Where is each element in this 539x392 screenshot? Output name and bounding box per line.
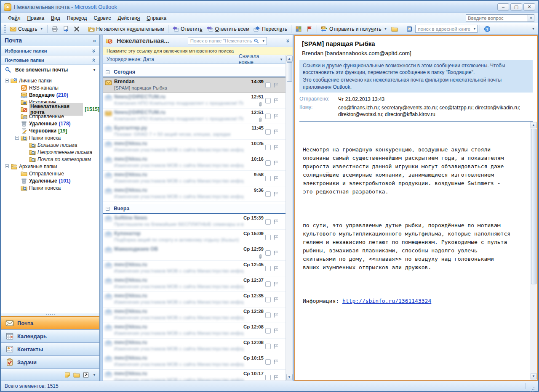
message-list-scrollbar[interactable]: ▲ ▼ [286, 55, 293, 381]
scroll-down-button[interactable]: ▼ [531, 373, 537, 379]
pane-splitter[interactable] [100, 35, 103, 381]
message-checkbox[interactable] [265, 328, 271, 334]
menu-item[interactable]: Правка [24, 14, 48, 22]
message-checkbox[interactable] [265, 129, 271, 135]
chevron-double-up-icon[interactable] [91, 58, 96, 63]
flag-outline-icon[interactable] [273, 265, 279, 272]
reply-all-button[interactable]: Ответить всем [205, 25, 251, 33]
message-row[interactable]: Brendan [SPAM] парящая Рыбка 14:39 [103, 77, 286, 93]
nav-module-button[interactable]: Контакты [1, 342, 99, 355]
message-row[interactable]: Бухгалтер.ру Покажи: GRAD 7 + 50 акций ч… [103, 124, 286, 140]
ask-question-dropdown[interactable]: ▼ [528, 14, 534, 22]
message-checkbox[interactable] [265, 145, 271, 150]
message-row[interactable]: mev@kksu.ru Изменения участников МОВ с с… [103, 186, 286, 202]
nav-module-button[interactable]: Задачи [1, 355, 99, 368]
shortcuts-icon[interactable] [83, 371, 89, 379]
message-checkbox[interactable] [265, 266, 271, 271]
help-button[interactable] [482, 25, 492, 33]
message-checkbox[interactable] [265, 344, 271, 349]
message-row[interactable]: Мамаходжаев ОВ Ср 12:59 [103, 245, 286, 261]
scrollbar-thumb[interactable] [531, 129, 536, 284]
message-checkbox[interactable] [265, 313, 271, 318]
message-checkbox[interactable] [265, 176, 271, 181]
address-book-button[interactable] [404, 25, 414, 33]
flag-outline-icon[interactable] [273, 129, 279, 135]
message-row[interactable]: Softline News Приглашаем на ближайшие БЕ… [103, 214, 286, 230]
not-junk-button[interactable]: Не является нежелательным [86, 25, 166, 33]
folder-tree-item[interactable]: Отправленные [1, 113, 99, 120]
folder-tree-item[interactable]: Почта по категориям [1, 156, 99, 163]
menu-item[interactable]: Переход [64, 14, 91, 22]
message-row[interactable]: Купонатор Подборка акций по спорту и акт… [103, 230, 286, 245]
forward-button[interactable]: Переслать [252, 25, 289, 33]
toolbar-grip[interactable] [4, 25, 6, 33]
toolbar-overflow-button[interactable]: ▼ [531, 24, 536, 34]
ask-question-input[interactable] [466, 14, 528, 22]
collapse-group-icon[interactable] [106, 207, 109, 211]
message-row[interactable]: mev@kksu.ru Изменения участников МОВ с с… [103, 140, 286, 155]
message-checkbox[interactable] [265, 250, 271, 256]
group-header-yesterday[interactable]: Вчера [103, 204, 286, 214]
scroll-up-button[interactable]: ▲ [531, 122, 537, 128]
message-row[interactable]: mev@kksu.ru Изменения участников МОВ с с… [103, 261, 286, 276]
message-checkbox[interactable] [265, 114, 271, 119]
sort-order-button[interactable]: Сначала новые ▼ [236, 53, 286, 65]
new-mail-button[interactable]: Создать ▼ [8, 25, 45, 33]
scrollbar-thumb[interactable] [287, 62, 292, 82]
spam-link[interactable]: http://sbinfo.ru/1361143324 [342, 298, 431, 304]
message-row[interactable]: News@DIRECTUM.ru Компания НПО Компьютер … [103, 93, 286, 109]
flag-outline-icon[interactable] [273, 113, 279, 119]
move-to-folder-button[interactable] [61, 25, 71, 33]
close-button[interactable]: ✕ [523, 3, 535, 11]
group-header-today[interactable]: Сегодня [103, 67, 286, 77]
configure-buttons-chevron[interactable]: ▼ [93, 373, 96, 377]
folder-tree-item[interactable]: Отправленные [1, 170, 99, 177]
flag-outline-icon[interactable] [273, 98, 279, 104]
menu-item[interactable]: Сервис [90, 14, 114, 22]
message-row[interactable]: mev@kksu.ru Изменения участников МОВ с с… [103, 370, 286, 381]
collapse-group-icon[interactable] [106, 70, 109, 74]
folder-tree-item[interactable]: Папки поиска [1, 134, 99, 141]
flag-outline-icon[interactable] [273, 250, 279, 256]
menu-item[interactable]: Файл [5, 14, 24, 22]
folder-tree-item[interactable]: Нежелательная почта [1515] [1, 106, 99, 113]
search-options-chevron[interactable]: ▼ [262, 39, 265, 43]
message-checkbox[interactable] [265, 191, 271, 197]
message-checkbox[interactable] [265, 235, 271, 240]
flag-outline-icon[interactable] [273, 234, 279, 241]
flag-outline-icon[interactable] [273, 175, 279, 182]
folder-tree-item[interactable]: Архивные папки [1, 163, 99, 170]
folder-tree-item[interactable]: Черновики [19] [1, 127, 99, 134]
expand-search-chevron-icon[interactable] [286, 39, 290, 43]
resize-grip[interactable] [530, 384, 534, 388]
send-receive-button[interactable]: Отправить и получить ▼ [319, 25, 389, 33]
flag-outline-icon[interactable] [273, 219, 279, 225]
message-checkbox[interactable] [265, 359, 271, 365]
flag-outline-icon[interactable] [273, 343, 279, 350]
message-row[interactable]: News@DIRECTUM.ru Компания НПО Компьютер … [103, 109, 286, 124]
message-checkbox[interactable] [265, 297, 271, 302]
message-row[interactable]: mev@kksu.ru Изменения участников МОВ с с… [103, 155, 286, 171]
minimize-button[interactable]: – [497, 3, 509, 11]
message-row[interactable]: mev@kksu.ru Изменения участников МОВ с с… [103, 354, 286, 370]
flag-outline-icon[interactable] [273, 144, 279, 151]
chevron-double-down-icon[interactable] [91, 49, 96, 53]
folder-tree-item[interactable]: Входящие (210) [1, 91, 99, 98]
folder-tree-item[interactable]: RSS-каналы [1, 84, 99, 91]
message-row[interactable]: mev@kksu.ru Изменения участников МОВ с с… [103, 323, 286, 339]
flag-outline-icon[interactable] [273, 281, 279, 287]
message-checkbox[interactable] [265, 281, 271, 287]
scroll-up-button[interactable]: ▲ [286, 56, 293, 62]
flag-outline-icon[interactable] [273, 297, 279, 303]
message-row[interactable]: mev@kksu.ru Изменения участников МОВ с с… [103, 307, 286, 323]
arrange-by-button[interactable]: Упорядочение: Дата [103, 56, 236, 62]
print-button[interactable] [50, 25, 60, 33]
mail-folders-section[interactable]: Почтовые папки [1, 56, 99, 65]
delete-button[interactable] [72, 25, 82, 33]
favorite-folders-section[interactable]: Избранные папки [1, 46, 99, 56]
flag-outline-icon[interactable] [273, 328, 279, 334]
search-icon[interactable] [253, 38, 260, 44]
flag-outline-icon[interactable] [273, 312, 279, 318]
notes-icon[interactable] [64, 371, 71, 379]
message-row[interactable]: mev@kksu.ru Изменения участников МОВ с с… [103, 171, 286, 186]
